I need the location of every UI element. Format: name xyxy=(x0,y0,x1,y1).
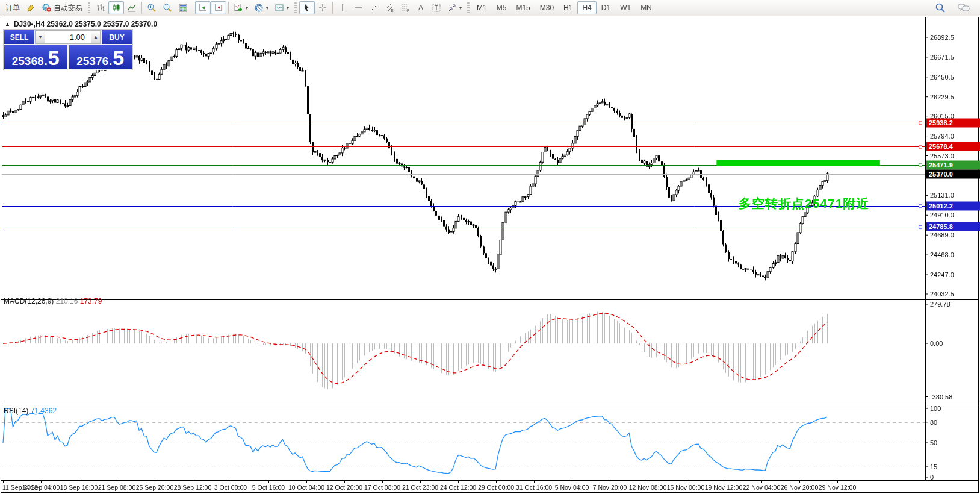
text-button[interactable]: A xyxy=(413,1,429,14)
indicators-icon xyxy=(234,3,243,13)
price-axis-tick: 26229.5 xyxy=(930,93,954,101)
macd-signal-value: 173.79 xyxy=(80,297,102,305)
timeframe-button-d1[interactable]: D1 xyxy=(597,1,615,14)
periods-button-dropdown-caret[interactable]: ▾ xyxy=(266,5,268,11)
buy-price-button[interactable]: 25376 . 5 xyxy=(69,45,132,69)
templates-button[interactable]: ▾ xyxy=(271,1,292,14)
price-axis-tick: 26450.5 xyxy=(930,73,954,81)
time-axis-tick: 25 Sep 20:00 xyxy=(136,484,173,491)
chat-button[interactable] xyxy=(955,1,973,14)
timeframe-button-h4[interactable]: H4 xyxy=(577,1,596,14)
time-axis-tick: 5 Oct 16:00 xyxy=(252,484,285,491)
time-axis-tick: 28 Sep 12:00 xyxy=(174,484,211,491)
horizontal-line-button[interactable] xyxy=(350,1,366,14)
price-level-tag: 25678.4 xyxy=(926,142,980,151)
time-axis-tick: 21 Oct 23:00 xyxy=(402,484,438,491)
cursor-button[interactable] xyxy=(299,1,315,14)
time-axis-tick: 3 Oct 00:00 xyxy=(214,484,247,491)
crosshair-button[interactable] xyxy=(315,1,330,14)
time-axis-tick: 10 Oct 04:00 xyxy=(288,484,324,491)
indicators-button[interactable]: ▾ xyxy=(231,1,251,14)
timeframe-button-m5[interactable]: M5 xyxy=(492,1,512,14)
chart-shift-button[interactable] xyxy=(211,1,226,14)
buy-price-dot: . xyxy=(109,55,112,67)
one-click-trading-panel: SELL ▼ 1.00 ▲ BUY 25368 . 5 25376 . 5 xyxy=(3,29,133,70)
indicators-button-dropdown-caret[interactable]: ▾ xyxy=(246,5,248,11)
toolbar-separator xyxy=(141,2,142,14)
volume-increase-button[interactable]: ▲ xyxy=(91,31,101,43)
macd-indicator-label: MACD(12,26,9) 210.16 173.79 xyxy=(4,297,102,305)
crosshair-icon xyxy=(318,3,327,13)
chart-canvas[interactable] xyxy=(0,16,980,494)
toolbar-grip[interactable] xyxy=(467,2,470,13)
periods-icon xyxy=(254,3,264,13)
chart-window: ▲ DJ30-,H4 25362.0 25375.0 25357.0 25370… xyxy=(0,16,980,494)
volume-decrease-button[interactable]: ▼ xyxy=(36,31,45,43)
zoom-out-button[interactable] xyxy=(160,1,175,14)
svg-text:E: E xyxy=(391,8,394,13)
search-button[interactable] xyxy=(932,1,949,14)
zoom-out-icon xyxy=(163,3,172,13)
timeframe-button-m15[interactable]: M15 xyxy=(511,1,535,14)
rsi-axis-tick: 15 xyxy=(930,463,937,471)
zoom-in-button[interactable] xyxy=(144,1,160,14)
timeframe-button-w1[interactable]: W1 xyxy=(615,1,636,14)
sell-price-main: 25368 xyxy=(12,55,44,67)
vline-icon xyxy=(338,3,347,13)
time-axis-tick: 17 Oct 08:00 xyxy=(364,484,400,491)
current-price-tag: 25370.0 xyxy=(926,169,980,178)
timeframe-button-m30[interactable]: M30 xyxy=(535,1,559,14)
sell-price-button[interactable]: 25368 . 5 xyxy=(4,45,67,69)
search-icon xyxy=(935,2,946,13)
sell-button[interactable]: SELL xyxy=(4,30,34,44)
text-label-button[interactable]: T xyxy=(429,1,444,14)
price-level-tag: 25471.9 xyxy=(926,160,980,169)
price-axis-tick: 24910.0 xyxy=(930,211,954,219)
price-level-tag: 24785.8 xyxy=(926,222,980,231)
arrows-button-dropdown-caret[interactable]: ▾ xyxy=(459,5,462,11)
text-icon: A xyxy=(416,3,426,13)
bar-chart-button[interactable] xyxy=(93,1,108,14)
macd-axis-tick: 0.00 xyxy=(930,340,943,347)
timeframe-button-mn[interactable]: MN xyxy=(636,1,657,14)
auto-scroll-button[interactable] xyxy=(195,1,211,14)
equidistant-channel-button[interactable]: E xyxy=(382,1,397,14)
macd-main-value: 210.16 xyxy=(56,297,78,305)
toolbar-grip[interactable] xyxy=(294,2,297,13)
price-level-tag: 25938.2 xyxy=(926,119,980,128)
toolbar-grip[interactable] xyxy=(88,2,90,13)
tile-windows-button[interactable] xyxy=(175,1,191,14)
price-level-tag: 25012.2 xyxy=(926,202,980,211)
arrows-button[interactable]: ▾ xyxy=(444,1,465,14)
collapse-triangle-icon[interactable]: ▲ xyxy=(5,21,10,27)
time-axis-tick: 12 Oct 20:00 xyxy=(326,484,362,491)
highlighter-button[interactable] xyxy=(23,1,39,14)
periods-button[interactable]: ▾ xyxy=(251,1,271,14)
highlighter-icon xyxy=(26,3,36,13)
template-icon xyxy=(274,3,284,13)
buy-button[interactable]: BUY xyxy=(102,30,132,44)
trendline-icon xyxy=(369,3,379,13)
line-chart-button[interactable] xyxy=(124,1,140,14)
sell-price-frac: 5 xyxy=(48,50,60,67)
volume-value[interactable]: 1.00 xyxy=(45,31,91,43)
autotrading-button[interactable]: 自动交易 xyxy=(39,1,85,14)
trendline-button[interactable] xyxy=(366,1,382,14)
candlestick-chart-button[interactable] xyxy=(108,1,124,14)
timeframe-button-m1[interactable]: M1 xyxy=(472,1,492,14)
time-axis-tick: 29 Nov 12:00 xyxy=(819,484,856,491)
macd-axis-tick: -380.58 xyxy=(930,393,952,401)
new-order-button-label: 订单 xyxy=(5,3,20,13)
fibonacci-button[interactable]: F xyxy=(397,1,413,14)
price-axis-tick: 26671.5 xyxy=(930,54,954,61)
time-axis-tick: 5 Nov 04:00 xyxy=(555,484,589,491)
rsi-axis-tick: 50 xyxy=(930,439,937,446)
timeframe-button-h1[interactable]: H1 xyxy=(559,1,577,14)
arrows-icon xyxy=(447,3,457,13)
vertical-line-button[interactable] xyxy=(335,1,350,14)
chat-icon xyxy=(958,3,970,13)
new-order-button[interactable]: 订单 xyxy=(2,1,23,14)
templates-button-dropdown-caret[interactable]: ▾ xyxy=(287,5,289,11)
mt4-application: 订单自动交易▾▾▾EFAT▾M1M5M15M30H1H4D1W1MN ▲ DJ3… xyxy=(0,0,980,494)
main-toolbar: 订单自动交易▾▾▾EFAT▾M1M5M15M30H1H4D1W1MN xyxy=(0,0,980,16)
